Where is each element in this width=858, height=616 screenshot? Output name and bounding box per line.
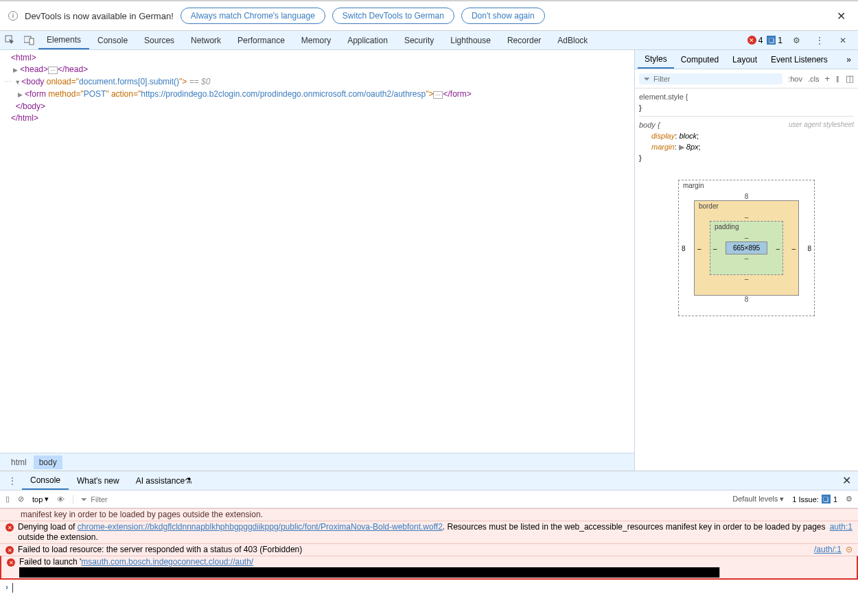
tab-computed[interactable]: Computed [674, 50, 726, 69]
close-infobar-icon[interactable]: ✕ [833, 10, 850, 23]
tab-lighthouse[interactable]: Lighthouse [442, 31, 499, 49]
console-drawer: ⋮ Console What's new AI assistance ⚗ ✕ ▯… [0, 471, 858, 595]
dom-node[interactable]: <form [25, 89, 48, 99]
error-icon: ✕ [7, 558, 15, 567]
more-menu-icon[interactable]: ⋮ [810, 31, 829, 50]
log-message: manifest key in order to be loaded by pa… [21, 510, 853, 520]
filter-icon: ⏷ [643, 75, 651, 83]
log-link[interactable]: msauth.com.bosch.indegoconnect.cloud://a… [81, 557, 253, 567]
dom-node[interactable]: </html> [11, 113, 38, 123]
css-prop[interactable]: margin [651, 143, 675, 151]
ua-label: user agent stylesheet [789, 119, 854, 130]
dont-show-button[interactable]: Don't show again [461, 8, 545, 24]
issue-count: 1 [778, 36, 782, 45]
hov-toggle[interactable]: :hov [788, 75, 802, 83]
log-source[interactable]: auth:1 [830, 522, 853, 532]
tab-elements[interactable]: Elements [38, 31, 89, 49]
breadcrumb-body[interactable]: body [34, 455, 62, 469]
cls-toggle[interactable]: .cls [808, 75, 820, 83]
drawer-tab-ai[interactable]: AI assistance ⚗ [128, 471, 200, 490]
inspect-icon[interactable] [0, 31, 19, 50]
selected-marker: ⋯ [4, 78, 12, 86]
css-value[interactable]: block [679, 132, 697, 140]
more-tabs-icon[interactable]: » [842, 55, 855, 64]
chevron-down-icon: ▾ [45, 495, 49, 504]
tab-memory[interactable]: Memory [293, 31, 339, 49]
info-icon: i [8, 11, 18, 21]
dom-node[interactable]: <html> [11, 53, 36, 62]
styles-body[interactable]: element.style { } body {user agent style… [635, 88, 858, 166]
tab-styles[interactable]: Styles [638, 50, 674, 69]
error-icon: ✕ [5, 523, 14, 532]
computed-toggle-icon[interactable]: ⫿ [835, 73, 840, 84]
drawer-tab-whatsnew[interactable]: What's new [69, 471, 128, 490]
device-toggle-icon[interactable] [19, 31, 38, 50]
console-filter-input[interactable] [91, 495, 159, 504]
dom-tree[interactable]: <html> ▶<head>⋯</head> ⋯ ▼<body onload="… [0, 50, 634, 453]
switch-german-button[interactable]: Switch DevTools to German [332, 8, 454, 24]
context-selector[interactable]: top ▾ [32, 495, 49, 504]
settings-icon[interactable]: ⚙ [787, 31, 806, 50]
main-toolbar: Elements Console Sources Network Perform… [0, 31, 858, 50]
error-icon: ✕ [5, 546, 14, 554]
errors-badge[interactable]: ✕4 [747, 36, 763, 45]
issues-badge[interactable]: ❏1 [767, 36, 782, 45]
live-expression-icon[interactable]: 👁 [57, 495, 65, 504]
infobar: i DevTools is now available in German! A… [0, 0, 858, 31]
tab-recorder[interactable]: Recorder [499, 31, 549, 49]
dom-node[interactable]: <body [21, 77, 46, 86]
redacted-text: ████████████████████████████████████████… [19, 567, 719, 578]
rule-selector[interactable]: body { [639, 121, 660, 129]
clear-console-icon[interactable]: ⊘ [18, 495, 24, 504]
rule-selector[interactable]: element.style { [639, 93, 688, 101]
bm-margin-label: margin [683, 182, 704, 189]
sidebar-toggle-icon[interactable]: ▯ [5, 495, 10, 504]
css-prop[interactable]: display [651, 132, 675, 140]
tab-adblock[interactable]: AdBlock [549, 31, 596, 49]
log-message: Denying load of chrome-extension://bkdgf… [18, 522, 826, 543]
issues-link[interactable]: 1 Issue: ❏1 [792, 495, 837, 504]
log-link[interactable]: chrome-extension://bkdgflcldnnnapblkhphb… [78, 522, 443, 532]
tab-console[interactable]: Console [89, 31, 136, 49]
reveal-icon[interactable]: ⋯ [48, 67, 58, 74]
tab-eventlisteners[interactable]: Event Listeners [764, 50, 835, 69]
dom-node[interactable]: <head> [20, 64, 48, 74]
reveal-icon[interactable]: ⋯ [433, 91, 443, 99]
tab-security[interactable]: Security [396, 31, 442, 49]
new-style-icon[interactable]: + [824, 73, 830, 84]
styles-filter-input[interactable] [653, 75, 778, 83]
log-message: Failed to launch 'msauth.com.bosch.indeg… [19, 557, 851, 578]
breadcrumb: html body [0, 453, 634, 471]
selected-indicator: == $0 [187, 77, 210, 86]
flask-icon: ⚗ [185, 476, 192, 486]
layout-pane-icon[interactable]: ◫ [846, 73, 854, 84]
close-drawer-icon[interactable]: ✕ [838, 474, 855, 487]
breadcrumb-html[interactable]: html [5, 455, 32, 469]
log-message: Failed to load resource: the server resp… [18, 545, 810, 555]
expand-icon[interactable]: ▶ [13, 64, 20, 76]
console-prompt[interactable]: › [0, 580, 858, 595]
infobar-text: DevTools is now available in German! [25, 11, 174, 21]
console-log-area[interactable]: manifest key in order to be loaded by pa… [0, 508, 858, 595]
box-model[interactable]: margin 8 8 8 border – – – padding – – – [635, 166, 858, 330]
bm-border-label: border [699, 202, 719, 210]
collapse-icon[interactable]: ▼ [14, 77, 21, 88]
tab-network[interactable]: Network [183, 31, 229, 49]
dom-node[interactable]: </body> [16, 102, 45, 111]
tab-layout[interactable]: Layout [726, 50, 764, 69]
tab-performance[interactable]: Performance [229, 31, 293, 49]
console-settings-icon[interactable]: ⚙ [846, 495, 853, 504]
drawer-menu-icon[interactable]: ⋮ [3, 476, 22, 486]
close-devtools-icon[interactable]: ✕ [833, 31, 853, 50]
tab-sources[interactable]: Sources [136, 31, 183, 49]
log-levels-selector[interactable]: Default levels ▾ [732, 495, 784, 504]
styles-tabs: Styles Computed Layout Event Listeners » [635, 50, 858, 69]
error-count: 4 [758, 36, 763, 45]
expand-icon[interactable]: ▶ [18, 89, 25, 101]
log-source[interactable]: /auth/:1 [814, 545, 842, 555]
svg-rect-2 [30, 38, 34, 45]
match-language-button[interactable]: Always match Chrome's language [181, 8, 325, 24]
css-value[interactable]: 8px [686, 143, 699, 151]
tab-application[interactable]: Application [339, 31, 396, 49]
drawer-tab-console[interactable]: Console [22, 471, 69, 490]
